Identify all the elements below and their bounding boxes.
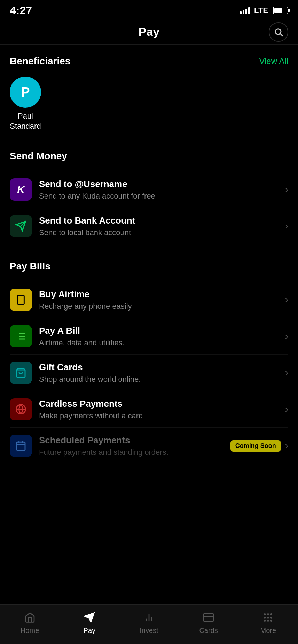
search-button[interactable]: [269, 22, 288, 42]
svg-point-30: [268, 617, 269, 618]
nav-home-label: Home: [21, 627, 39, 635]
svg-point-28: [271, 614, 272, 615]
chevron-icon: ›: [285, 220, 288, 232]
battery-icon: [273, 7, 288, 14]
bill-content: Pay A Bill Airtime, data and utilities.: [39, 325, 278, 347]
svg-rect-15: [17, 442, 25, 451]
chevron-icon: ›: [285, 184, 288, 195]
status-time: 4:27: [10, 4, 32, 17]
page-title: Pay: [139, 25, 160, 39]
airtime-title: Buy Airtime: [39, 289, 278, 300]
cards-icon: [202, 611, 215, 624]
nav-invest[interactable]: Invest: [132, 611, 166, 635]
scheduled-subtitle: Future payments and standing orders.: [39, 448, 224, 457]
pay-bills-section: Pay Bills Buy Airtime Recharge any phone…: [0, 250, 298, 469]
phone-icon: [15, 294, 26, 305]
chevron-icon: ›: [285, 367, 288, 378]
airtime-right: ›: [285, 294, 288, 305]
beneficiaries-header: Beneficiaries View All: [10, 56, 288, 67]
send-to-bank-item[interactable]: Send to Bank Account Send to local bank …: [10, 208, 288, 244]
svg-point-29: [265, 617, 266, 618]
more-icon: [262, 611, 274, 624]
cardless-title: Cardless Payments: [39, 399, 278, 409]
pay-bills-list: Buy Airtime Recharge any phone easily ›: [10, 282, 288, 464]
gift-subtitle: Shop around the world online.: [39, 375, 278, 384]
status-icons: LTE: [240, 6, 288, 15]
scheduled-right: Coming Soon ›: [230, 440, 288, 452]
chevron-icon: ›: [285, 294, 288, 305]
send-bank-title: Send to Bank Account: [39, 215, 278, 226]
nav-home[interactable]: Home: [13, 611, 47, 635]
svg-rect-24: [203, 614, 213, 621]
kuda-letter: K: [17, 184, 25, 195]
globe-icon: [15, 404, 26, 415]
bill-title: Pay A Bill: [39, 325, 278, 336]
pay-bill-item[interactable]: Pay A Bill Airtime, data and utilities. …: [10, 318, 288, 355]
scheduled-item[interactable]: Scheduled Payments Future payments and s…: [10, 428, 288, 464]
send-username-right: ›: [285, 184, 288, 195]
scheduled-title: Scheduled Payments: [39, 435, 224, 446]
beneficiaries-section: Beneficiaries View All P PaulStandard: [0, 45, 298, 139]
svg-line-1: [280, 34, 282, 36]
cardless-content: Cardless Payments Make payments without …: [39, 399, 278, 420]
airtime-subtitle: Recharge any phone easily: [39, 302, 278, 311]
list-icon: [15, 331, 26, 342]
status-bar: 4:27 LTE: [0, 0, 298, 19]
send-money-list: K Send to @Username Send to any Kuda acc…: [10, 171, 288, 244]
nav-cards[interactable]: Cards: [191, 611, 226, 635]
send-username-title: Send to @Username: [39, 179, 278, 190]
bill-right: ›: [285, 331, 288, 342]
cardless-item[interactable]: Cardless Payments Make payments without …: [10, 391, 288, 428]
buy-airtime-item[interactable]: Buy Airtime Recharge any phone easily ›: [10, 282, 288, 318]
airtime-content: Buy Airtime Recharge any phone easily: [39, 289, 278, 311]
nav-invest-label: Invest: [140, 627, 158, 635]
send-bank-right: ›: [285, 220, 288, 232]
send-username-subtitle: Send to any Kuda account for free: [39, 192, 278, 201]
coming-soon-badge: Coming Soon: [230, 440, 281, 452]
cardless-right: ›: [285, 404, 288, 415]
nav-more[interactable]: More: [251, 611, 285, 635]
svg-point-34: [271, 620, 272, 621]
send-username-content: Send to @Username Send to any Kuda accou…: [39, 179, 278, 201]
chevron-icon: ›: [285, 331, 288, 342]
gift-title: Gift Cards: [39, 362, 278, 373]
beneficiary-name: PaulStandard: [10, 111, 41, 131]
bill-icon: [10, 325, 32, 347]
cardless-subtitle: Make payments without a card: [39, 411, 278, 420]
svg-point-26: [265, 614, 266, 615]
view-all-button[interactable]: View All: [259, 56, 288, 66]
kuda-icon: K: [10, 178, 32, 201]
arrow-icon: [15, 220, 26, 232]
gift-cards-item[interactable]: Gift Cards Shop around the world online.…: [10, 355, 288, 391]
svg-point-27: [268, 614, 269, 615]
beneficiaries-title: Beneficiaries: [10, 56, 70, 67]
scheduled-content: Scheduled Payments Future payments and s…: [39, 435, 224, 457]
signal-bars-icon: [240, 7, 250, 14]
send-money-title: Send Money: [10, 151, 67, 162]
page-header: Pay: [0, 19, 298, 45]
gift-content: Gift Cards Shop around the world online.: [39, 362, 278, 384]
send-bank-subtitle: Send to local bank account: [39, 228, 278, 237]
calendar-icon: [15, 440, 26, 451]
bank-icon: [10, 215, 32, 237]
beneficiary-item[interactable]: P PaulStandard: [10, 77, 41, 131]
send-money-header: Send Money: [10, 151, 288, 162]
svg-point-33: [268, 620, 269, 621]
shopping-bag-icon: [15, 367, 26, 378]
pay-bills-header: Pay Bills: [10, 261, 288, 272]
search-icon: [274, 27, 283, 37]
airtime-icon: [10, 289, 32, 311]
beneficiaries-list: P PaulStandard: [10, 77, 288, 134]
svg-marker-20: [85, 613, 94, 622]
svg-point-0: [275, 29, 281, 34]
lte-label: LTE: [254, 6, 268, 15]
avatar: P: [10, 77, 41, 108]
home-icon: [24, 611, 36, 624]
gift-right: ›: [285, 367, 288, 378]
nav-pay[interactable]: Pay: [72, 611, 107, 635]
nav-pay-label: Pay: [84, 627, 95, 635]
chevron-icon: ›: [285, 404, 288, 415]
svg-point-31: [271, 617, 272, 618]
send-to-username-item[interactable]: K Send to @Username Send to any Kuda acc…: [10, 171, 288, 208]
gift-icon: [10, 362, 32, 384]
